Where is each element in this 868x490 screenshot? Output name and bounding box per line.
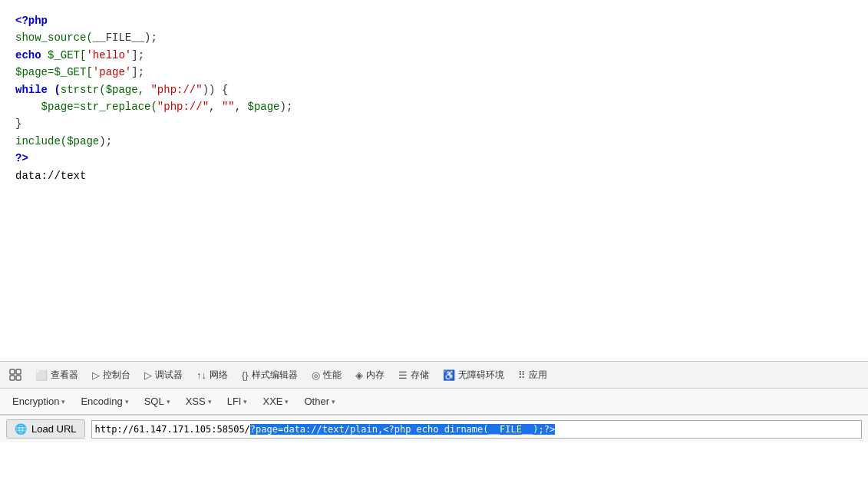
- chevron-down-icon: ▾: [208, 398, 212, 406]
- svg-rect-1: [16, 369, 21, 374]
- code-line: data://text: [15, 167, 853, 184]
- dd-xss-dropdown[interactable]: XSS▾: [180, 392, 218, 410]
- dt-console[interactable]: ▷控制台: [86, 366, 137, 385]
- dd-other-dropdown[interactable]: Other▾: [298, 392, 342, 410]
- code-line: $page=str_replace("php://", "", $page);: [15, 98, 853, 115]
- code-line: <?php: [15, 12, 853, 29]
- url-base: http://61.147.171.105:58505/: [92, 424, 250, 435]
- dd-sql-dropdown[interactable]: SQL▾: [138, 392, 177, 410]
- chevron-down-icon: ▾: [125, 398, 129, 406]
- url-display[interactable]: http://61.147.171.105:58505/?page=data:/…: [91, 420, 862, 439]
- code-line: ?>: [15, 150, 853, 167]
- chevron-down-icon: ▾: [243, 398, 247, 406]
- devtools-bar: ⬜查看器▷控制台▷调试器↑↓网络{}样式编辑器◎性能◈内存☰存储♿无障碍环境⠿应…: [0, 361, 868, 389]
- load-url-button[interactable]: 🌐 Load URL: [6, 419, 85, 439]
- code-line: while (strstr($page, "php://")) {: [15, 81, 853, 98]
- encoding-toolbar: Encryption▾Encoding▾SQL▾XSS▾LFI▾XXE▾Othe…: [0, 389, 868, 415]
- dt-storage[interactable]: ☰存储: [392, 366, 435, 385]
- svg-rect-2: [10, 376, 15, 380]
- bottom-bar: 🌐 Load URL http://61.147.171.105:58505/?…: [0, 415, 868, 442]
- dt-perf[interactable]: ◎性能: [305, 366, 348, 385]
- svg-rect-3: [16, 376, 21, 380]
- code-line: $page=$_GET['page'];: [15, 64, 853, 81]
- code-line: show_source(__FILE__);: [15, 29, 853, 46]
- dt-debugger[interactable]: ▷调试器: [138, 366, 189, 385]
- load-url-label: Load URL: [31, 423, 77, 435]
- dt-network[interactable]: ↑↓网络: [190, 366, 234, 385]
- dd-xxe-dropdown[interactable]: XXE▾: [256, 392, 295, 410]
- code-line: }: [15, 115, 853, 132]
- code-line: echo $_GET['hello'];: [15, 47, 853, 64]
- chevron-down-icon: ▾: [167, 398, 170, 406]
- dt-access[interactable]: ♿无障碍环境: [437, 366, 510, 385]
- dt-memory[interactable]: ◈内存: [349, 366, 391, 385]
- load-url-icon: 🌐: [15, 423, 27, 435]
- dd-encryption-dropdown[interactable]: Encryption▾: [6, 392, 71, 410]
- dt-viewer[interactable]: ⬜查看器: [29, 366, 84, 385]
- dd-encoding-dropdown[interactable]: Encoding▾: [74, 392, 134, 410]
- code-line: include($page);: [15, 133, 853, 150]
- url-selected: ?page=data://text/plain,<?php echo dirna…: [250, 424, 555, 435]
- code-display: <?phpshow_source(__FILE__);echo $_GET['h…: [0, 0, 868, 361]
- dt-inspect-icon[interactable]: [3, 366, 28, 384]
- dt-apps[interactable]: ⠿应用: [512, 366, 553, 385]
- chevron-down-icon: ▾: [285, 398, 289, 406]
- dt-style[interactable]: {}样式编辑器: [236, 366, 304, 385]
- svg-rect-0: [10, 369, 15, 374]
- chevron-down-icon: ▾: [61, 398, 65, 406]
- chevron-down-icon: ▾: [332, 398, 335, 406]
- dd-lfi-dropdown[interactable]: LFI▾: [221, 392, 254, 410]
